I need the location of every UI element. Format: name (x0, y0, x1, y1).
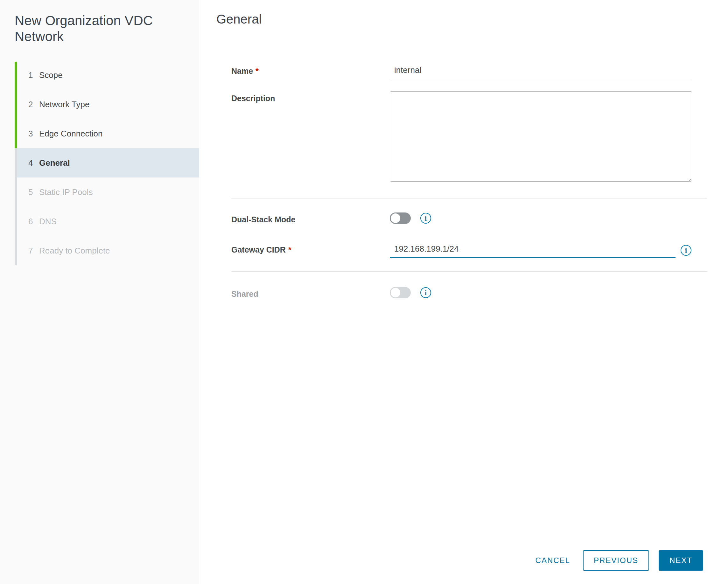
dual-stack-label: Dual-Stack Mode (231, 212, 390, 224)
general-form: Name* Description Dual-Stack Mode (231, 64, 708, 299)
sidebar-step-general[interactable]: 4 General (17, 148, 199, 178)
step-number: 7 (28, 246, 39, 256)
shared-row: Shared (231, 287, 708, 299)
wizard-title: New Organization VDC Network (15, 13, 185, 45)
cancel-button[interactable]: CANCEL (532, 550, 573, 570)
previous-button[interactable]: PREVIOUS (583, 550, 649, 570)
shared-toggle[interactable] (390, 287, 411, 298)
sidebar-step-dns: 6 DNS (17, 207, 199, 236)
section-divider (231, 198, 707, 198)
sidebar-step-static-ip-pools: 5 Static IP Pools (17, 178, 199, 207)
wizard-dialog: New Organization VDC Network 1 Scope 2 N… (0, 0, 728, 584)
name-label: Name* (231, 64, 390, 76)
wizard-content: General Name* Description (199, 0, 728, 584)
description-row: Description (231, 91, 708, 182)
step-label: DNS (39, 217, 57, 227)
sidebar-step-scope[interactable]: 1 Scope (17, 60, 199, 90)
gateway-cidr-label: Gateway CIDR* (231, 243, 390, 255)
step-number: 1 (28, 70, 39, 80)
step-label: Edge Connection (39, 129, 102, 139)
wizard-steps: 1 Scope 2 Network Type 3 Edge Connection… (15, 60, 199, 265)
section-divider (231, 271, 707, 272)
step-label: General (39, 158, 70, 168)
wizard-sidebar: New Organization VDC Network 1 Scope 2 N… (0, 0, 199, 584)
step-progress-fill (15, 62, 17, 148)
shared-info-icon[interactable] (420, 287, 431, 298)
required-marker: * (288, 245, 291, 254)
step-label: Static IP Pools (39, 187, 93, 197)
step-label: Ready to Complete (39, 246, 110, 256)
sidebar-step-edge-connection[interactable]: 3 Edge Connection (17, 119, 199, 148)
step-number: 3 (28, 129, 39, 139)
step-progress-track (15, 62, 17, 265)
step-number: 2 (28, 100, 39, 109)
step-number: 4 (28, 158, 39, 168)
dual-stack-info-icon[interactable] (420, 213, 431, 223)
step-number: 5 (28, 187, 39, 197)
page-title: General (216, 12, 708, 26)
shared-label: Shared (231, 287, 390, 299)
step-label: Network Type (39, 100, 89, 109)
required-marker: * (256, 67, 259, 75)
name-row: Name* (231, 64, 708, 79)
dual-stack-toggle[interactable] (390, 212, 411, 224)
dual-stack-row: Dual-Stack Mode (231, 212, 708, 224)
description-label: Description (231, 91, 390, 103)
toggle-knob (391, 213, 400, 223)
toggle-knob (391, 288, 400, 297)
gateway-cidr-info-icon[interactable] (681, 245, 692, 256)
step-label: Scope (39, 70, 63, 80)
name-input[interactable] (390, 64, 692, 79)
sidebar-step-network-type[interactable]: 2 Network Type (17, 90, 199, 119)
next-button[interactable]: NEXT (659, 550, 703, 570)
sidebar-step-ready-to-complete: 7 Ready to Complete (17, 236, 199, 265)
description-textarea[interactable] (390, 91, 692, 182)
wizard-footer: CANCEL PREVIOUS NEXT (532, 550, 703, 570)
step-number: 6 (28, 217, 39, 227)
gateway-cidr-row: Gateway CIDR* (231, 243, 708, 258)
gateway-cidr-input[interactable] (390, 243, 676, 258)
